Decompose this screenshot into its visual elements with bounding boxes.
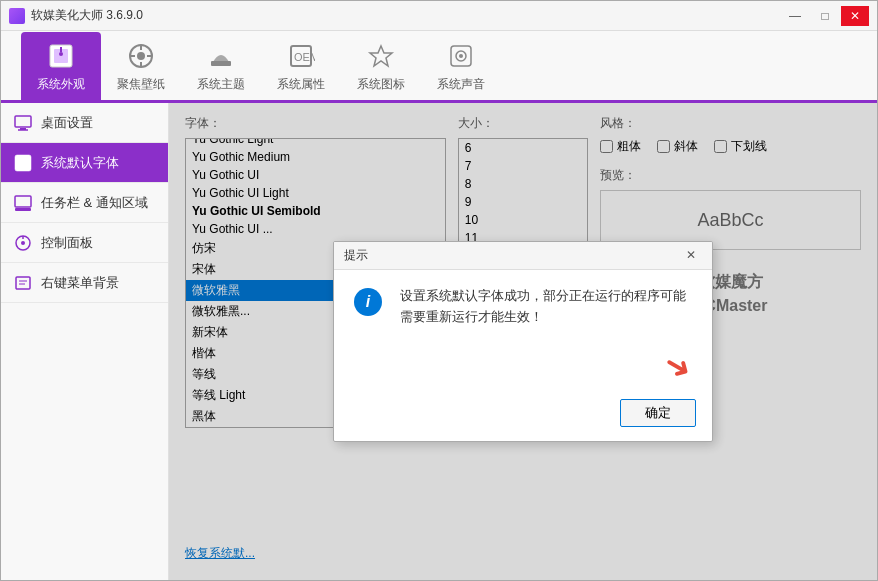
dialog-message: 设置系统默认字体成功，部分正在运行的程序可能需要重新运行才能生效！ (400, 286, 692, 328)
window-controls: — □ ✕ (781, 6, 869, 26)
nav-item-appearance[interactable]: 系统外观 (21, 32, 101, 100)
svg-text:T: T (17, 157, 25, 171)
menu-icon (13, 273, 33, 293)
dialog-footer: 确定 (334, 393, 712, 441)
sidebar-item-font[interactable]: T 系统默认字体 (1, 143, 168, 183)
sidebar-label-taskbar: 任务栏 & 通知区域 (41, 194, 148, 212)
nav-label-sound: 系统声音 (437, 76, 485, 93)
svg-marker-13 (370, 46, 392, 66)
info-icon: i (354, 288, 382, 316)
main-window: 软媒美化大师 3.6.9.0 — □ ✕ 系统外观 (0, 0, 878, 581)
appearance-icon (45, 40, 77, 72)
icons-icon (365, 40, 397, 72)
svg-rect-23 (15, 208, 31, 211)
svg-point-16 (459, 54, 463, 58)
sound-icon (445, 40, 477, 72)
svg-point-3 (59, 52, 63, 56)
dialog-overlay: 提示 ✕ i 设置系统默认字体成功，部分正在运行的程序可能需要重新运行才能生效！… (169, 103, 877, 580)
nav-item-icons[interactable]: 系统图标 (341, 32, 421, 100)
confirm-button[interactable]: 确定 (620, 399, 696, 427)
control-icon (13, 233, 33, 253)
nav-bar: 系统外观 聚焦壁纸 系统主题 (1, 31, 877, 103)
dialog-close-button[interactable]: ✕ (680, 245, 702, 265)
theme-icon (205, 40, 237, 72)
dialog-title: 提示 (344, 247, 680, 264)
sidebar-item-menu[interactable]: 右键菜单背景 (1, 263, 168, 303)
minimize-button[interactable]: — (781, 6, 809, 26)
svg-rect-22 (15, 196, 31, 207)
font-icon: T (13, 153, 33, 173)
svg-point-25 (21, 241, 25, 245)
nav-item-properties[interactable]: OEM 系统属性 (261, 32, 341, 100)
dialog-arrow-area: ➜ (334, 347, 712, 393)
svg-text:OEM: OEM (294, 51, 315, 63)
svg-point-5 (137, 52, 145, 60)
sidebar-label-menu: 右键菜单背景 (41, 274, 119, 292)
nav-label-theme: 系统主题 (197, 76, 245, 93)
dialog-title-bar: 提示 ✕ (334, 242, 712, 270)
nav-label-wallpaper: 聚焦壁纸 (117, 76, 165, 93)
title-bar: 软媒美化大师 3.6.9.0 — □ ✕ (1, 1, 877, 31)
app-icon (9, 8, 25, 24)
sidebar-item-desktop[interactable]: 桌面设置 (1, 103, 168, 143)
dialog-icon-area: i (354, 286, 386, 328)
main-area: 桌面设置 T 系统默认字体 任务栏 & 通知区域 (1, 103, 877, 580)
taskbar-icon (13, 193, 33, 213)
wallpaper-icon (125, 40, 157, 72)
svg-rect-27 (16, 277, 30, 289)
window-title: 软媒美化大师 3.6.9.0 (31, 7, 781, 24)
nav-item-wallpaper[interactable]: 聚焦壁纸 (101, 32, 181, 100)
sidebar: 桌面设置 T 系统默认字体 任务栏 & 通知区域 (1, 103, 169, 580)
desktop-icon (13, 113, 33, 133)
sidebar-item-taskbar[interactable]: 任务栏 & 通知区域 (1, 183, 168, 223)
svg-rect-10 (211, 61, 231, 66)
sidebar-item-control[interactable]: 控制面板 (1, 223, 168, 263)
nav-label-properties: 系统属性 (277, 76, 325, 93)
sidebar-label-font: 系统默认字体 (41, 154, 119, 172)
nav-item-sound[interactable]: 系统声音 (421, 32, 501, 100)
content-area: 字体： ❖♬Ψ₂☯♬Ψ₂•Yu GothicYu Gothic LightYu … (169, 103, 877, 580)
nav-item-theme[interactable]: 系统主题 (181, 32, 261, 100)
nav-label-appearance: 系统外观 (37, 76, 85, 93)
close-button[interactable]: ✕ (841, 6, 869, 26)
nav-label-icons: 系统图标 (357, 76, 405, 93)
properties-icon: OEM (285, 40, 317, 72)
sidebar-label-control: 控制面板 (41, 234, 93, 252)
arrow-icon: ➜ (657, 343, 699, 389)
dialog-body: i 设置系统默认字体成功，部分正在运行的程序可能需要重新运行才能生效！ (334, 270, 712, 348)
sidebar-label-desktop: 桌面设置 (41, 114, 93, 132)
maximize-button[interactable]: □ (811, 6, 839, 26)
svg-rect-17 (15, 116, 31, 127)
dialog: 提示 ✕ i 设置系统默认字体成功，部分正在运行的程序可能需要重新运行才能生效！… (333, 241, 713, 443)
